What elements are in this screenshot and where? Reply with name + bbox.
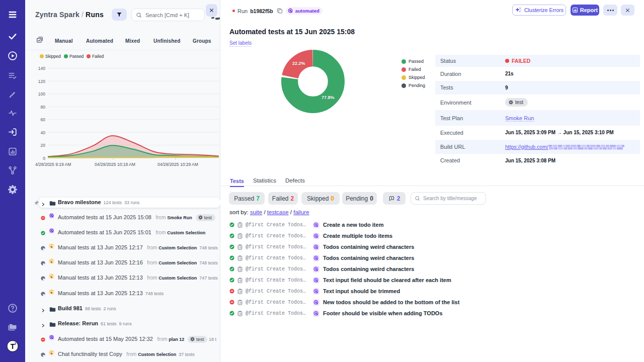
svg-text:77.8%: 77.8% <box>321 95 335 100</box>
svg-text:22.2%: 22.2% <box>292 61 305 66</box>
